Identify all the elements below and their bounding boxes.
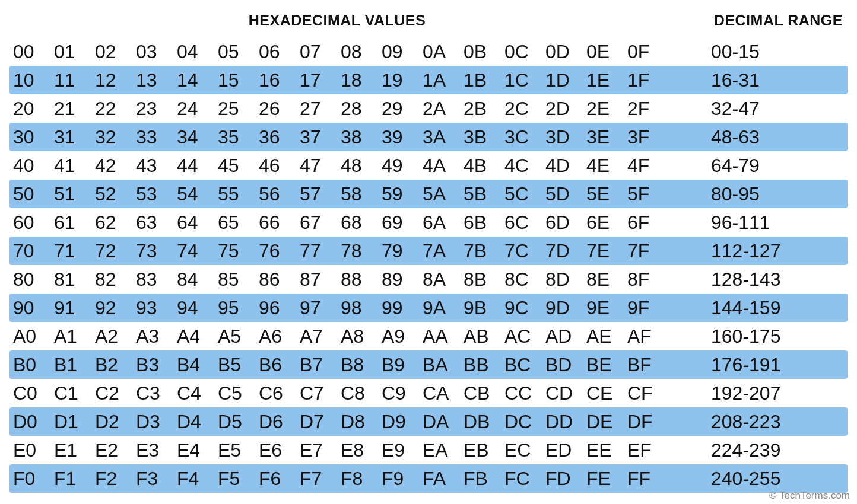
hex-cell: 7B	[460, 240, 501, 262]
decimal-range-cell: 240-255	[665, 468, 848, 490]
hex-cell: BB	[460, 354, 501, 376]
hex-cell: E3	[132, 439, 173, 461]
hex-cell: 11	[50, 69, 91, 91]
hex-cell: 85	[214, 269, 255, 291]
hex-cell: 95	[214, 297, 255, 319]
hex-cell: CF	[624, 382, 665, 404]
hex-cell: 19	[378, 69, 419, 91]
hex-cell: 1C	[501, 69, 542, 91]
hex-cell: EC	[501, 439, 542, 461]
hex-cell: E4	[173, 439, 214, 461]
hex-cell: 7C	[501, 240, 542, 262]
hex-cell: 71	[50, 240, 91, 262]
hex-cell: 94	[173, 297, 214, 319]
hex-cell: FE	[583, 468, 624, 490]
hex-cell: D6	[255, 411, 296, 433]
hex-cell: A6	[255, 326, 296, 347]
hex-cell: 43	[132, 155, 173, 177]
hex-cell: 87	[296, 269, 337, 291]
hex-cell: 1E	[583, 69, 624, 91]
hex-cell: 15	[214, 69, 255, 91]
hex-cell: 6F	[624, 212, 665, 234]
hex-cell: D5	[214, 411, 255, 433]
hex-cell: 20	[9, 98, 50, 120]
hex-cell: 24	[173, 98, 214, 120]
hex-cell: 3F	[624, 126, 665, 148]
hex-cell: 46	[255, 155, 296, 177]
hex-cell: 4D	[542, 155, 583, 177]
hex-cell: AB	[460, 326, 501, 347]
hex-cell: CA	[419, 382, 460, 404]
hex-cell: B6	[255, 354, 296, 376]
decimal-range-heading: DECIMAL RANGE	[665, 12, 848, 29]
hex-cell: 64	[173, 212, 214, 234]
hex-cell: 9E	[583, 297, 624, 319]
decimal-range-cell: 80-95	[665, 183, 848, 205]
decimal-range-cell: 00-15	[665, 41, 848, 63]
hex-cell: F1	[50, 468, 91, 490]
table-row: 707172737475767778797A7B7C7D7E7F112-127	[9, 237, 848, 265]
hex-cell: 06	[255, 41, 296, 63]
hex-cell: 9A	[419, 297, 460, 319]
hex-cell: 70	[9, 240, 50, 262]
hex-cell: BF	[624, 354, 665, 376]
hex-cell: 09	[378, 41, 419, 63]
hex-cell: 3A	[419, 126, 460, 148]
hex-cell: BA	[419, 354, 460, 376]
hex-cell: 82	[91, 269, 132, 291]
table-row: C0C1C2C3C4C5C6C7C8C9CACBCCCDCECF192-207	[9, 379, 848, 407]
hex-cell: B8	[337, 354, 378, 376]
hex-cell: DF	[624, 411, 665, 433]
hex-cell: FA	[419, 468, 460, 490]
table-row: 202122232425262728292A2B2C2D2E2F32-47	[9, 94, 848, 123]
hex-cell: 45	[214, 155, 255, 177]
hex-cell: E1	[50, 439, 91, 461]
hex-cell: A8	[337, 326, 378, 347]
hex-cell: 2B	[460, 98, 501, 120]
decimal-range-cell: 32-47	[665, 98, 848, 120]
hex-cell: 84	[173, 269, 214, 291]
hex-cell: B9	[378, 354, 419, 376]
hex-cell: D8	[337, 411, 378, 433]
hex-cell: B2	[91, 354, 132, 376]
hex-cell: 34	[173, 126, 214, 148]
hex-cell: 75	[214, 240, 255, 262]
hex-cell: 76	[255, 240, 296, 262]
hex-cell: C5	[214, 382, 255, 404]
hex-cell: B1	[50, 354, 91, 376]
hex-cell: 31	[50, 126, 91, 148]
hex-cell: 12	[91, 69, 132, 91]
hex-cell: 4F	[624, 155, 665, 177]
hex-cell: 48	[337, 155, 378, 177]
hex-cell: D4	[173, 411, 214, 433]
hex-cell: AF	[624, 326, 665, 347]
hex-cell: A5	[214, 326, 255, 347]
hex-cell: 14	[173, 69, 214, 91]
hex-cell: D2	[91, 411, 132, 433]
hex-cell: 88	[337, 269, 378, 291]
hex-cell: 0B	[460, 41, 501, 63]
hex-cell: 18	[337, 69, 378, 91]
hex-cell: 50	[9, 183, 50, 205]
hex-cell: 3D	[542, 126, 583, 148]
hex-cell: B7	[296, 354, 337, 376]
hex-cell: E2	[91, 439, 132, 461]
hex-cell: 69	[378, 212, 419, 234]
hex-cell: 8C	[501, 269, 542, 291]
hex-cell: 36	[255, 126, 296, 148]
hex-cell: 51	[50, 183, 91, 205]
hex-cell: C8	[337, 382, 378, 404]
hex-cell: DD	[542, 411, 583, 433]
hex-cell: 63	[132, 212, 173, 234]
hex-cell: 7D	[542, 240, 583, 262]
hex-cell: 03	[132, 41, 173, 63]
hex-cell: C9	[378, 382, 419, 404]
hex-cell: 57	[296, 183, 337, 205]
hex-cell: 9C	[501, 297, 542, 319]
hex-cell: BE	[583, 354, 624, 376]
hex-cell: 22	[91, 98, 132, 120]
hex-cell: A3	[132, 326, 173, 347]
hex-cell: 5A	[419, 183, 460, 205]
hex-cell: D7	[296, 411, 337, 433]
hex-cell: 1B	[460, 69, 501, 91]
